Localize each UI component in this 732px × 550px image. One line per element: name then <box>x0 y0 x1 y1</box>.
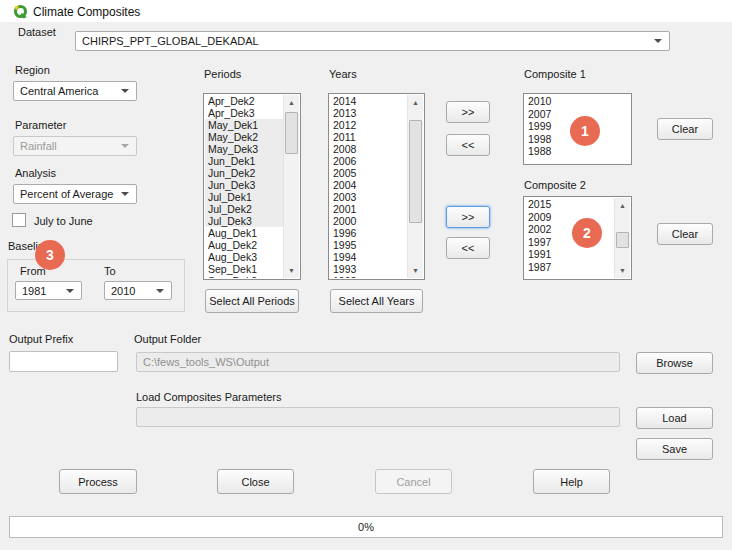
scroll-up-icon[interactable]: ▲ <box>615 198 630 213</box>
period-item[interactable]: Aug_Dek2 <box>205 239 283 251</box>
year-item[interactable]: 2004 <box>330 179 407 191</box>
year-item[interactable]: 2001 <box>330 203 407 215</box>
dropdown-arrow-icon <box>121 192 129 196</box>
dataset-label: Dataset <box>18 26 56 38</box>
output-folder-value: C:\fews_tools_WS\Output <box>143 356 269 368</box>
period-item[interactable]: May_Dek3 <box>205 143 283 155</box>
remove-from-composite1-button[interactable]: << <box>446 134 490 156</box>
period-item[interactable]: May_Dek1 <box>205 119 283 131</box>
clear-composite2-button[interactable]: Clear <box>657 223 713 245</box>
scrollbar-thumb[interactable] <box>409 120 422 223</box>
july-to-june-label: July to June <box>34 215 93 227</box>
july-to-june-checkbox[interactable] <box>12 213 26 227</box>
load-composites-parameters-label: Load Composites Parameters <box>136 391 282 403</box>
year-item[interactable]: 2013 <box>330 107 407 119</box>
period-item[interactable]: Jun_Dek2 <box>205 167 283 179</box>
year-item[interactable]: 2005 <box>330 167 407 179</box>
year-item[interactable]: 2011 <box>330 131 407 143</box>
analysis-select[interactable]: Percent of Average <box>13 184 137 204</box>
year-item[interactable]: 2003 <box>330 191 407 203</box>
period-item[interactable]: Jun_Dek1 <box>205 155 283 167</box>
browse-button[interactable]: Browse <box>636 352 713 374</box>
composite2-scrollbar[interactable]: ▲ ▼ <box>614 198 630 278</box>
window-title: Climate Composites <box>33 5 140 19</box>
periods-list[interactable]: Apr_Dek2Apr_Dek3May_Dek1May_Dek2May_Dek3… <box>203 93 301 280</box>
period-item[interactable]: May_Dek2 <box>205 131 283 143</box>
composite2-year-item[interactable]: 2015 <box>525 198 614 211</box>
dropdown-arrow-icon <box>654 39 662 43</box>
period-item[interactable]: Aug_Dek1 <box>205 227 283 239</box>
add-to-composite1-button[interactable]: >> <box>446 101 490 123</box>
add-to-composite2-button[interactable]: >> <box>446 206 490 228</box>
baseline-from-select[interactable]: 1981 <box>15 281 82 300</box>
cancel-button[interactable]: Cancel <box>375 469 452 494</box>
baseline-to-select[interactable]: 2010 <box>104 281 172 300</box>
composite2-year-item[interactable]: 1991 <box>525 248 614 261</box>
select-all-periods-button[interactable]: Select All Periods <box>205 289 299 313</box>
baseline-to-label: To <box>104 265 116 277</box>
remove-from-composite2-button[interactable]: << <box>446 237 490 259</box>
scrollbar-thumb[interactable] <box>285 112 298 154</box>
scrollbar-thumb[interactable] <box>616 232 629 248</box>
load-composites-parameters-field[interactable] <box>136 407 620 427</box>
period-item[interactable]: Jun_Dek3 <box>205 179 283 191</box>
year-item[interactable]: 2006 <box>330 155 407 167</box>
analysis-label: Analysis <box>15 167 56 179</box>
year-item[interactable]: 1992 <box>330 275 407 278</box>
annotation-badge-1: 1 <box>570 116 600 146</box>
region-select[interactable]: Central America <box>13 81 137 101</box>
scroll-down-icon[interactable]: ▼ <box>408 263 423 278</box>
qgis-app-icon <box>13 4 28 19</box>
year-item[interactable]: 1995 <box>330 239 407 251</box>
period-item[interactable]: Apr_Dek3 <box>205 107 283 119</box>
scroll-up-icon[interactable]: ▲ <box>284 95 299 110</box>
scroll-down-icon[interactable]: ▼ <box>615 263 630 278</box>
composite2-year-item[interactable]: 2009 <box>525 211 614 224</box>
composite1-year-item[interactable]: 2010 <box>525 95 630 108</box>
output-prefix-input[interactable] <box>9 351 118 372</box>
dropdown-arrow-icon <box>156 289 164 293</box>
scroll-down-icon[interactable]: ▼ <box>284 263 299 278</box>
period-item[interactable]: Jul_Dek2 <box>205 203 283 215</box>
year-item[interactable]: 1993 <box>330 263 407 275</box>
composite1-year-item[interactable]: 1988 <box>525 145 630 158</box>
year-item[interactable]: 2000 <box>330 215 407 227</box>
year-item[interactable]: 2014 <box>330 95 407 107</box>
period-item[interactable]: Apr_Dek2 <box>205 95 283 107</box>
output-folder-field[interactable]: C:\fews_tools_WS\Output <box>136 352 620 372</box>
year-item[interactable]: 1996 <box>330 227 407 239</box>
parameter-value: Rainfall <box>20 140 57 152</box>
clear-composite1-button[interactable]: Clear <box>657 118 713 140</box>
period-item[interactable]: Jul_Dek1 <box>205 191 283 203</box>
save-button[interactable]: Save <box>636 438 713 460</box>
load-button[interactable]: Load <box>636 407 713 429</box>
year-item[interactable]: 2012 <box>330 119 407 131</box>
period-item[interactable]: Aug_Dek3 <box>205 251 283 263</box>
close-button[interactable]: Close <box>217 469 294 494</box>
region-label: Region <box>15 64 50 76</box>
composite1-label: Composite 1 <box>524 68 586 80</box>
periods-scrollbar[interactable]: ▲ ▼ <box>283 95 299 278</box>
year-item[interactable]: 1994 <box>330 251 407 263</box>
periods-label: Periods <box>204 68 241 80</box>
period-item[interactable]: Sep_Dek1 <box>205 263 283 275</box>
period-item[interactable]: Sep_Dek2 <box>205 275 283 278</box>
scroll-up-icon[interactable]: ▲ <box>408 95 423 110</box>
process-button[interactable]: Process <box>59 469 137 494</box>
dataset-value: CHIRPS_PPT_GLOBAL_DEKADAL <box>82 35 259 47</box>
composite2-year-item[interactable]: 1987 <box>525 261 614 274</box>
dataset-select[interactable]: CHIRPS_PPT_GLOBAL_DEKADAL <box>75 31 670 51</box>
climate-composites-dialog: Climate Composites Dataset CHIRPS_PPT_GL… <box>0 0 732 550</box>
period-item[interactable]: Jul_Dek3 <box>205 215 283 227</box>
baseline-from-value: 1981 <box>22 285 46 297</box>
parameter-select[interactable]: Rainfall <box>13 136 137 156</box>
years-list[interactable]: 2014201320122011200820062005200420032001… <box>328 93 425 280</box>
progress-percent: 0% <box>358 521 374 533</box>
years-scrollbar[interactable]: ▲ ▼ <box>407 95 423 278</box>
year-item[interactable]: 2008 <box>330 143 407 155</box>
region-value: Central America <box>20 85 98 97</box>
select-all-years-button[interactable]: Select All Years <box>330 289 423 313</box>
parameter-label: Parameter <box>15 119 66 131</box>
analysis-value: Percent of Average <box>20 188 113 200</box>
help-button[interactable]: Help <box>533 469 610 494</box>
